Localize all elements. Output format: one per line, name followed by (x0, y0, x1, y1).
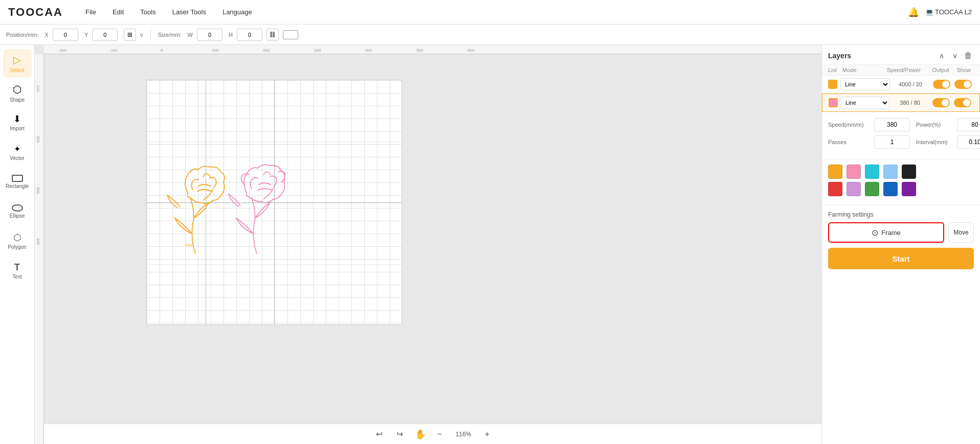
v-label: v (140, 32, 143, 38)
layer-speed-1: 4000 / 20 (890, 81, 931, 87)
layer-output-toggle-1[interactable] (933, 80, 950, 89)
color-blue[interactable] (883, 182, 898, 196)
sidebar-tool-ellipse[interactable]: Ellipse (3, 197, 32, 226)
menu-laser-tools[interactable]: Laser Tools (170, 6, 208, 18)
select-label: Select (10, 67, 25, 73)
left-sidebar: ▷ Select ⬡ Shape ⬇ Import ✦ Vector Recta… (0, 45, 35, 444)
redo-button[interactable]: ↪ (393, 427, 407, 441)
ellipse-icon (12, 204, 23, 212)
color-lightblue[interactable] (883, 165, 898, 179)
speed-input[interactable] (874, 118, 910, 131)
menu-file[interactable]: File (83, 6, 98, 18)
canvas-bottom-bar: ↩ ↪ ✋ − 116% + (44, 424, 821, 444)
align-btn[interactable]: ⊞ (124, 29, 136, 41)
size-label: Size/mm: (158, 32, 182, 38)
layer-show-toggle-1[interactable] (954, 80, 972, 89)
layers-header: Layers ∧ ∨ 🗑 (822, 45, 980, 65)
layers-expand-btn[interactable]: ∨ (949, 50, 961, 61)
color-row-1 (828, 165, 974, 179)
layer-color-1[interactable] (828, 80, 837, 89)
zoom-out-button[interactable]: − (434, 428, 446, 440)
sidebar-tool-import[interactable]: ⬇ Import (3, 108, 32, 137)
import-label: Import (10, 126, 24, 131)
h-label: H (229, 32, 233, 38)
menu-tools[interactable]: Tools (138, 6, 158, 18)
import-icon: ⬇ (12, 114, 23, 124)
layer-output-toggle-2[interactable] (932, 98, 950, 107)
framing-section: Farming settings ⊙ Frame Move Start (822, 205, 980, 275)
x-input[interactable] (53, 29, 78, 41)
canvas-area[interactable]: -200 -100 0 100 200 300 400 500 600 100 … (35, 45, 821, 444)
layer-row-1[interactable]: Line Fill 4000 / 20 (822, 76, 980, 94)
corner-preview (283, 30, 298, 39)
polygon-icon: ⬡ (12, 232, 23, 243)
speed-label: Speed(mm/m) (828, 122, 874, 128)
color-black[interactable] (902, 165, 916, 179)
col-mode: Mode (842, 67, 887, 73)
lock-ratio-btn[interactable]: ⛓ (266, 29, 279, 41)
canvas-drawing: love (147, 80, 403, 325)
frame-button[interactable]: ⊙ Frame (828, 222, 944, 243)
w-input[interactable] (197, 29, 222, 41)
frame-icon: ⊙ (872, 228, 878, 238)
start-button[interactable]: Start (828, 248, 974, 269)
sidebar-tool-polygon[interactable]: ⬡ Polygon (3, 227, 32, 255)
y-input[interactable] (92, 29, 118, 41)
layer-row-2[interactable]: Line Fill 380 / 80 (822, 94, 980, 112)
h-input[interactable] (237, 29, 262, 41)
col-speed-power: Speed/Power (887, 67, 928, 73)
sidebar-tool-select[interactable]: ▷ Select (3, 49, 32, 78)
layers-collapse-btn[interactable]: ∧ (936, 50, 947, 61)
color-pink[interactable] (847, 165, 861, 179)
layers-col-headers: List Mode Speed/Power Output Show (822, 65, 980, 76)
ruler-top: -200 -100 0 100 200 300 400 500 600 (44, 45, 821, 54)
color-red[interactable] (828, 182, 842, 196)
app-logo: TOOCAA (8, 6, 63, 19)
color-cyan[interactable] (865, 165, 879, 179)
sidebar-tool-shape[interactable]: ⬡ Shape (3, 79, 32, 107)
sidebar-tool-text[interactable]: T Text (3, 256, 32, 285)
undo-button[interactable]: ↩ (372, 427, 387, 441)
divider-1 (150, 29, 151, 41)
text-label: Text (12, 274, 21, 279)
layer-mode-select-2[interactable]: Line Fill (841, 97, 889, 109)
canvas-viewport[interactable]: love (44, 54, 821, 424)
color-orange[interactable] (828, 165, 842, 179)
power-label: Power(%) (916, 122, 957, 128)
layer-mode-select-1[interactable]: Line Fill (840, 78, 890, 90)
menu-edit[interactable]: Edit (110, 6, 126, 18)
notification-icon[interactable]: 🔔 (908, 7, 919, 18)
layers-delete-btn[interactable]: 🗑 (963, 50, 974, 61)
layer-speed-2: 380 / 80 (889, 100, 930, 106)
color-purple[interactable] (847, 182, 861, 196)
interval-input[interactable] (957, 135, 980, 149)
sidebar-tool-rectangle[interactable]: Rectangle (3, 168, 32, 196)
toolbar-row: Position/mm: X Y ⊞ v Size/mm: W H ⛓ (0, 25, 980, 45)
color-row-2 (828, 182, 974, 196)
zoom-in-button[interactable]: + (481, 428, 494, 440)
col-list: List (828, 67, 842, 73)
passes-row: Passes Interval(mm) (828, 135, 974, 149)
layers-header-btns: ∧ ∨ 🗑 (936, 50, 974, 61)
power-input[interactable] (957, 118, 980, 131)
move-button[interactable]: Move (948, 222, 974, 243)
polygon-label: Polygon (8, 244, 26, 250)
zoom-level: 116% (452, 431, 475, 438)
framing-row: ⊙ Frame Move (828, 222, 974, 243)
y-label: Y (84, 32, 88, 38)
color-green[interactable] (865, 182, 879, 196)
sidebar-tool-vector[interactable]: ✦ Vector (3, 138, 32, 167)
menu-right: 🔔 💻 TOOCAA L2 (908, 7, 972, 18)
pan-button[interactable]: ✋ (413, 427, 428, 441)
menu-language[interactable]: Language (220, 6, 254, 18)
color-darkpurple[interactable] (902, 182, 916, 196)
rectangle-icon (12, 175, 23, 182)
canvas-grid[interactable]: love (146, 80, 402, 325)
rectangle-label: Rectangle (6, 183, 29, 189)
passes-input[interactable] (874, 135, 910, 149)
layer-color-2[interactable] (829, 98, 838, 107)
move-label: Move (953, 229, 968, 236)
layer-show-toggle-2[interactable] (954, 98, 971, 107)
vector-icon: ✦ (12, 144, 23, 154)
ellipse-label: Ellipse (10, 213, 25, 219)
